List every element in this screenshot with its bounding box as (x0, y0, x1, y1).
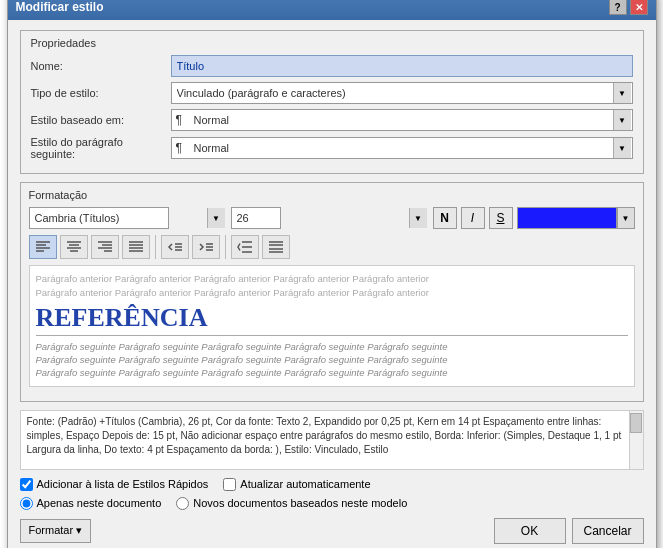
formatting-section: Formatação Cambria (Títulos) ▼ 26 ▼ N I (20, 182, 644, 401)
color-swatch (517, 207, 617, 229)
novos-radio-label[interactable]: Novos documentos baseados neste modelo (176, 497, 407, 510)
font-size-select[interactable]: 26 (231, 207, 281, 229)
preview-para-after: Parágrafo seguinte Parágrafo seguinte Pa… (36, 340, 628, 380)
estilo-paragrafo-select[interactable]: Normal (171, 137, 633, 159)
action-buttons: OK Cancelar (494, 518, 644, 544)
font-size-wrapper: 26 ▼ (231, 207, 429, 229)
close-button[interactable]: ✕ (630, 0, 648, 15)
tipo-estilo-wrapper: Vinculado (parágrafo e caracteres) ▼ (171, 82, 633, 104)
novos-radio[interactable] (176, 497, 189, 510)
toolbar-separator-1 (155, 235, 156, 259)
description-text: Fonte: (Padrão) +Títulos (Cambria), 26 p… (27, 415, 637, 457)
radio-row: Apenas neste documento Novos documentos … (20, 497, 644, 510)
bottom-buttons: Formatar ▾ OK Cancelar (20, 518, 644, 544)
indent-increase-button[interactable] (192, 235, 220, 259)
adicionar-checkbox[interactable] (20, 478, 33, 491)
formatar-label: Formatar ▾ (29, 524, 83, 537)
line-spacing-button[interactable] (231, 235, 259, 259)
properties-section: Propriedades Nome: Tipo de estilo: Vincu… (20, 30, 644, 174)
font-row: Cambria (Títulos) ▼ 26 ▼ N I S ▼ (29, 207, 635, 229)
estilo-baseado-label: Estilo baseado em: (31, 114, 171, 126)
title-bar-buttons: ? ✕ (609, 0, 648, 15)
estilo-baseado-select[interactable]: Normal (171, 109, 633, 131)
tipo-estilo-label: Tipo de estilo: (31, 87, 171, 99)
color-picker-arrow[interactable]: ▼ (617, 207, 635, 229)
checkbox-row: Adicionar à lista de Estilos Rápidos Atu… (20, 478, 644, 491)
title-bar: Modificar estilo ? ✕ (8, 0, 656, 20)
font-family-select[interactable]: Cambria (Títulos) (29, 207, 169, 229)
apenas-radio[interactable] (20, 497, 33, 510)
estilo-paragrafo-label: Estilo do parágrafo seguinte: (31, 136, 171, 160)
estilo-baseado-wrapper: ¶ Normal ▼ (171, 109, 633, 131)
preview-box: Parágrafo anterior Parágrafo anterior Pa… (29, 265, 635, 386)
cancelar-button[interactable]: Cancelar (572, 518, 644, 544)
modify-style-dialog: Modificar estilo ? ✕ Propriedades Nome: … (7, 0, 657, 548)
preview-title: REFERÊNCIA (36, 303, 628, 336)
estilo-paragrafo-wrapper: ¶ Normal ▼ (171, 137, 633, 159)
font-family-arrow: ▼ (207, 208, 225, 228)
nome-row: Nome: (31, 55, 633, 77)
atualizar-label: Atualizar automaticamente (240, 478, 370, 490)
scroll-thumb (630, 413, 642, 433)
formatar-button[interactable]: Formatar ▾ (20, 519, 92, 543)
apenas-label: Apenas neste documento (37, 497, 162, 509)
description-box: Fonte: (Padrão) +Títulos (Cambria), 26 p… (20, 410, 644, 470)
adicionar-checkbox-label[interactable]: Adicionar à lista de Estilos Rápidos (20, 478, 209, 491)
bold-button[interactable]: N (433, 207, 457, 229)
align-center-button[interactable] (60, 235, 88, 259)
font-size-arrow: ▼ (409, 208, 427, 228)
indent-decrease-button[interactable] (161, 235, 189, 259)
ok-button[interactable]: OK (494, 518, 566, 544)
formatting-label: Formatação (29, 189, 635, 201)
properties-label: Propriedades (31, 37, 633, 49)
paragraph-spacing-button[interactable] (262, 235, 290, 259)
novos-label: Novos documentos baseados neste modelo (193, 497, 407, 509)
tipo-estilo-row: Tipo de estilo: Vinculado (parágrafo e c… (31, 82, 633, 104)
color-picker-group: ▼ (517, 207, 635, 229)
align-toolbar (29, 235, 635, 259)
nome-label: Nome: (31, 60, 171, 72)
tipo-estilo-select[interactable]: Vinculado (parágrafo e caracteres) (171, 82, 633, 104)
toolbar-separator-2 (225, 235, 226, 259)
preview-para-before: Parágrafo anterior Parágrafo anterior Pa… (36, 272, 628, 299)
dialog-body: Propriedades Nome: Tipo de estilo: Vincu… (8, 20, 656, 548)
description-scrollbar[interactable] (629, 411, 643, 469)
estilo-paragrafo-row: Estilo do parágrafo seguinte: ¶ Normal ▼ (31, 136, 633, 160)
adicionar-label: Adicionar à lista de Estilos Rápidos (37, 478, 209, 490)
atualizar-checkbox-label[interactable]: Atualizar automaticamente (223, 478, 370, 491)
apenas-radio-label[interactable]: Apenas neste documento (20, 497, 162, 510)
dialog-title: Modificar estilo (16, 0, 104, 14)
underline-button[interactable]: S (489, 207, 513, 229)
nome-input[interactable] (171, 55, 633, 77)
align-right-button[interactable] (91, 235, 119, 259)
help-button[interactable]: ? (609, 0, 627, 15)
estilo-baseado-row: Estilo baseado em: ¶ Normal ▼ (31, 109, 633, 131)
atualizar-checkbox[interactable] (223, 478, 236, 491)
align-left-button[interactable] (29, 235, 57, 259)
align-justify-button[interactable] (122, 235, 150, 259)
font-family-wrapper: Cambria (Títulos) ▼ (29, 207, 227, 229)
italic-button[interactable]: I (461, 207, 485, 229)
